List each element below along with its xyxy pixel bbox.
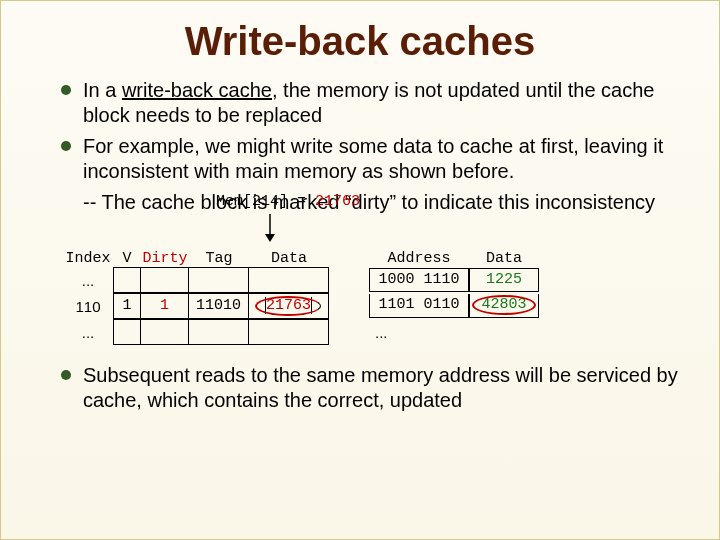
cache-v: 1 bbox=[113, 294, 141, 318]
cache-row: 110 1 1 11010 21763 bbox=[63, 293, 329, 319]
cache-tag: 11010 bbox=[189, 294, 249, 318]
hdr-v: V bbox=[113, 250, 141, 267]
tables-row: Index V Dirty Tag Data ... 110 1 1 11010… bbox=[1, 242, 719, 345]
bullet-2-sub: -- The cache block is marked “dirty” to … bbox=[61, 190, 679, 215]
cache-row: ... bbox=[63, 319, 329, 345]
memory-header: Address Data bbox=[369, 250, 539, 267]
bullet-2: For example, we might write some data to… bbox=[61, 134, 679, 184]
cache-data: 21763 bbox=[249, 294, 329, 318]
mem-addr: 1101 0110 bbox=[369, 294, 469, 318]
mem-addr: ... bbox=[369, 324, 469, 341]
hdr-addr: Address bbox=[369, 250, 469, 267]
bullet-1-underline: write-back cache bbox=[122, 79, 272, 101]
mem-data: 1225 bbox=[469, 268, 539, 292]
hdr-dirty: Dirty bbox=[141, 250, 189, 267]
mem-expr-rhs: 21763 bbox=[315, 193, 360, 210]
memory-row: 1101 0110 42803 bbox=[369, 293, 539, 319]
hdr-tag: Tag bbox=[189, 250, 249, 267]
cache-table: Index V Dirty Tag Data ... 110 1 1 11010… bbox=[63, 250, 329, 345]
slide-title: Write-back caches bbox=[1, 1, 719, 78]
svg-marker-1 bbox=[265, 234, 275, 242]
memory-row: 1000 1110 1225 bbox=[369, 267, 539, 293]
cache-row: ... bbox=[63, 267, 329, 293]
cache-data-value: 21763 bbox=[265, 297, 312, 314]
hdr-data: Data bbox=[249, 250, 329, 267]
cache-dirty: 1 bbox=[141, 294, 189, 318]
cache-header: Index V Dirty Tag Data bbox=[63, 250, 329, 267]
bullet-2-text: For example, we might write some data to… bbox=[83, 135, 663, 182]
bullet-3: Subsequent reads to the same memory addr… bbox=[61, 363, 679, 413]
mem-expr-lhs: Mem[214] = bbox=[216, 193, 315, 210]
cache-index: 110 bbox=[63, 298, 113, 315]
bullet-dot-icon bbox=[61, 141, 71, 151]
mem-addr: 1000 1110 bbox=[369, 268, 469, 292]
bullet-1: In a write-back cache, the memory is not… bbox=[61, 78, 679, 128]
bullet-3-wrap: Subsequent reads to the same memory addr… bbox=[1, 345, 719, 413]
cache-index: ... bbox=[63, 272, 113, 289]
hdr-index: Index bbox=[63, 250, 113, 267]
mem-data-value: 42803 bbox=[481, 296, 526, 313]
memory-table: Address Data 1000 1110 1225 1101 0110 42… bbox=[369, 250, 539, 345]
hdr-mdata: Data bbox=[469, 250, 539, 267]
bullet-3-text: Subsequent reads to the same memory addr… bbox=[83, 364, 678, 411]
memory-row: ... bbox=[369, 319, 539, 345]
bullet-dot-icon bbox=[61, 370, 71, 380]
cache-index: ... bbox=[63, 324, 113, 341]
bullet-dot-icon bbox=[61, 85, 71, 95]
mem-data: 42803 bbox=[469, 294, 539, 318]
arrow-down-icon bbox=[263, 214, 719, 242]
bullet-1-text-a: In a bbox=[83, 79, 122, 101]
